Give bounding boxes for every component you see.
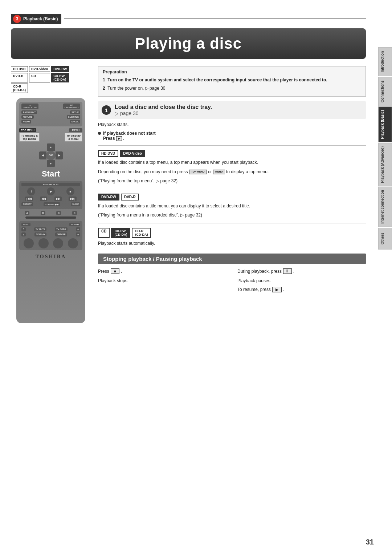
remote-btn-tv-mute[interactable]: TV MUTE xyxy=(34,227,46,231)
step-1-section: 1 Load a disc and close the disc tray. ▷… xyxy=(98,101,366,247)
pause-play-row: ⏸ ▶ ■ xyxy=(21,187,80,195)
dvdrw-note: ("Playing from a menu in a recorded disc… xyxy=(98,212,366,219)
dvdrw-badges: DVD-RW DVD-R xyxy=(98,194,366,200)
remote-btn-tvch-up[interactable]: ^ xyxy=(21,227,26,231)
cd-text1: Playback starts automatically. xyxy=(98,240,366,247)
nav-down[interactable]: ▼ xyxy=(47,160,55,167)
nav-left[interactable]: ◀ xyxy=(39,151,46,159)
sidebar-tab-others[interactable]: Others xyxy=(378,228,392,250)
remote-btn-prev-chapter[interactable]: |◀◀ xyxy=(25,197,33,201)
disc-tag-dvdrw: DVD-RW xyxy=(51,66,69,72)
sidebar-tab-introduction[interactable]: Introduction xyxy=(378,47,392,76)
badge-dvdrw: DVD-RW xyxy=(98,194,119,200)
sidebar-tab-playback-advanced[interactable]: Playback (Advanced) xyxy=(378,143,392,186)
nav-ok[interactable]: OK xyxy=(46,151,56,160)
remote-btn-c[interactable]: C xyxy=(56,211,61,215)
play-button-inline: ▶ xyxy=(116,136,122,141)
two-column-layout: HD DVD DVD-Video DVD-RW DVD-R CD CD-RW(C… xyxy=(11,66,366,323)
preparation-title: Preparation xyxy=(103,69,361,74)
remote-btn-play[interactable]: ▶ xyxy=(47,187,55,195)
stop-col: Press ■ . Playback stops. xyxy=(98,268,226,296)
remote-btn-dimmer[interactable]: DIMMER xyxy=(55,232,67,236)
badge-dvdvideo: DVD-Video xyxy=(120,150,145,157)
remote-btn-tvvol-minus[interactable]: − xyxy=(76,232,80,236)
hddvd-text1: If a loaded disc contains a top menu, a … xyxy=(98,159,366,166)
remote-btn-setup[interactable]: SETUP xyxy=(70,110,80,114)
remote-circle-3[interactable] xyxy=(53,238,63,248)
nav-right[interactable]: ▶ xyxy=(56,151,63,159)
remote-btn-d[interactable]: D xyxy=(72,211,77,215)
badge-hddvd: HD DVD xyxy=(98,150,118,157)
badge-cdr: CD-R(CD-DA) xyxy=(132,228,151,238)
step-1-title: Load a disc and close the disc tray. ▷ p… xyxy=(115,104,212,116)
remote-btn-angle[interactable]: ANGLE xyxy=(70,120,80,123)
hddvd-text2: Depending on the disc, you may need to p… xyxy=(98,169,366,175)
callout-menu: To displaya menu xyxy=(65,133,82,142)
remote-btn-resume-play[interactable]: RESUME PLAY xyxy=(21,183,80,186)
preparation-box: Preparation 1 Turn on the TV or audio sy… xyxy=(98,66,366,97)
disc-tag-dvdvideo: DVD-Video xyxy=(29,66,50,72)
remote-circle-1[interactable] xyxy=(24,238,34,248)
divider-3 xyxy=(98,223,366,223)
disc-tag-hddvd: HD DVD xyxy=(11,66,28,72)
remote-btn-on-standby[interactable]: I/OON/STANDBY xyxy=(63,104,80,109)
remote-btn-audio[interactable]: AUDIO xyxy=(21,120,31,123)
remote-btn-tv-code[interactable]: TV CODE xyxy=(55,227,68,231)
nav-up[interactable]: ▲ xyxy=(47,143,55,151)
remote-btn-display[interactable]: DISPLAY xyxy=(34,232,46,236)
remote-btn-rew[interactable]: ◀◀ xyxy=(40,197,47,201)
remote-btn-subtitle[interactable]: SUBTITLE xyxy=(67,115,80,119)
remote-btn-top-menu[interactable]: TOP MENU xyxy=(19,128,36,132)
sidebar-tab-playback-basic[interactable]: Playback (Basic) xyxy=(378,107,392,142)
stopping-section: Stopping playback / Pausing playback Pre… xyxy=(98,254,366,296)
step-1-number: 1 xyxy=(102,105,111,115)
remote-btn-tvch-down[interactable]: v xyxy=(21,232,26,236)
remote-btn-next-chapter[interactable]: ▶▶| xyxy=(69,197,77,201)
left-column: HD DVD DVD-Video DVD-RW DVD-R CD CD-RW(C… xyxy=(11,66,91,323)
circle-btns-row xyxy=(21,238,80,248)
divider-2 xyxy=(98,189,366,189)
toshiba-logo: TOSHIBA xyxy=(19,254,82,260)
page-title: Playing a disc xyxy=(135,35,242,52)
remote-btn-picture[interactable]: PICTURE xyxy=(21,115,34,119)
press-label: Press xyxy=(103,136,115,141)
remote-control: ▲OPEN/CLOSE I/OON/STANDBY BACKLIGHT SETU… xyxy=(16,98,85,323)
remote-btn-slow[interactable]: SLOW xyxy=(71,202,80,206)
remote-btn-backlight[interactable]: BACKLIGHT xyxy=(21,110,37,114)
sidebar-tab-connections[interactable]: Connections xyxy=(378,77,392,106)
pause-button: II xyxy=(283,268,292,274)
remote-btn-tv-io[interactable]: TV I/O xyxy=(21,223,30,226)
cd-badges: CD CD-RW(CD-DA) CD-R(CD-DA) xyxy=(98,228,366,238)
cd-section: CD CD-RW(CD-DA) CD-R(CD-DA) Playback sta… xyxy=(98,228,366,247)
remote-circle-2[interactable] xyxy=(38,238,49,248)
remote-btn-a[interactable]: A xyxy=(25,211,29,215)
stop-button: ■ xyxy=(111,268,119,274)
disc-tag-cd: CD xyxy=(29,73,50,82)
badge-cdrw: CD-RW(CD-DA) xyxy=(111,228,130,238)
remote-btn-menu[interactable]: MENU xyxy=(69,128,82,132)
playback-starts: Playback starts. xyxy=(98,122,366,127)
remote-btn-b[interactable]: B xyxy=(41,211,45,215)
remote-btn-tv-dvd[interactable]: TV/DVD xyxy=(69,223,80,226)
sidebar-tab-internet[interactable]: Internet connection xyxy=(378,187,392,227)
right-sidebar: Introduction Connections Playback (Basic… xyxy=(378,47,392,250)
remote-circle-4[interactable] xyxy=(68,238,78,248)
pause-col: During playback, press II . Playback pau… xyxy=(237,268,366,296)
remote-btn-repeat[interactable]: REPEAT xyxy=(21,202,33,206)
remote-btn-stop[interactable]: ■ xyxy=(66,187,74,195)
remote-btn-fwd[interactable]: ▶▶ xyxy=(54,197,62,201)
remote-btn-pause[interactable]: ⏸ xyxy=(27,187,35,195)
step-1-header: 1 Load a disc and close the disc tray. ▷… xyxy=(98,101,366,119)
prep-step-2: 2 Turn the power on. ▷ page 30 xyxy=(103,85,361,92)
remote-btn-tvvol-plus[interactable]: + xyxy=(76,227,80,231)
hddvd-section: HD DVD DVD-Video If a loaded disc contai… xyxy=(98,150,366,185)
stop-result: Playback stops. xyxy=(98,278,226,284)
remote-btn-cursor[interactable]: CURSOR ▶▶ xyxy=(44,202,60,206)
dvdrw-section: DVD-RW DVD-R If a loaded disc contains a… xyxy=(98,194,366,219)
if-no-start-note: If playback does not start Press ▶ . xyxy=(98,131,366,141)
transport-section: RESUME PLAY ⏸ ▶ ■ |◀◀ ◀◀ ▶▶ ▶▶| REPEAT xyxy=(19,181,82,209)
remote-btn-open-close[interactable]: ▲OPEN/CLOSE xyxy=(21,104,38,109)
disc-tag-dvdr: DVD-R xyxy=(11,73,28,82)
menu-row: TOP MENU MENU xyxy=(19,128,82,132)
chapter-divider xyxy=(64,19,366,19)
